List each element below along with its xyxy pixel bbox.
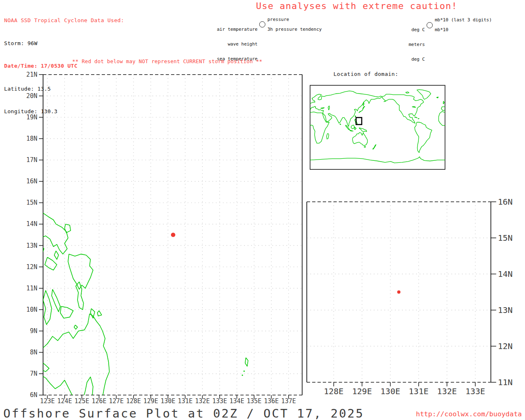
world-coastline	[373, 145, 376, 149]
coastline	[91, 308, 95, 318]
world-coastline	[441, 107, 445, 110]
lat-tick-label: 16N	[498, 197, 513, 207]
lat-tick-label: 12N	[26, 263, 37, 271]
lat-tick-label: 9N	[30, 327, 37, 335]
lon-tick-label: 131E	[178, 397, 192, 405]
world-coastline	[351, 125, 354, 129]
world-coastline	[415, 122, 432, 153]
coastline	[60, 306, 73, 318]
world-coastline	[406, 92, 409, 94]
coastline	[68, 254, 93, 289]
coastline	[84, 377, 93, 397]
lon-tick-label: 132E	[195, 397, 210, 405]
world-coastline	[359, 128, 367, 132]
philippines-coastlines	[41, 211, 248, 397]
plot-canvas: 21N20N19N18N17N16N15N14N13N12N11N10N9N8N…	[0, 0, 525, 420]
lat-tick-label: 13N	[498, 305, 513, 315]
coastline	[41, 375, 73, 397]
main-map: 21N20N19N18N17N16N15N14N13N12N11N10N9N8N…	[26, 71, 302, 405]
lat-tick-label: 20N	[26, 92, 37, 100]
lat-tick-label: 11N	[498, 377, 513, 387]
lon-tick-label: 133E	[212, 397, 227, 405]
lon-tick-label: 130E	[160, 397, 175, 405]
lon-tick-label: 128E	[324, 386, 343, 396]
world-coastline	[340, 123, 341, 124]
lat-tick-label: 16N	[26, 178, 37, 185]
world-coastline	[414, 117, 417, 118]
world-coastlines	[310, 89, 445, 163]
lat-tick-label: 6N	[30, 391, 37, 399]
lat-tick-label: 8N	[30, 349, 37, 356]
world-coastline	[443, 101, 444, 104]
islet-dot	[244, 370, 245, 372]
coastline	[74, 325, 78, 329]
world-map-border	[310, 85, 445, 169]
world-coastline	[355, 116, 356, 117]
lon-tick-label: 134E	[229, 397, 244, 405]
lat-tick-label: 19N	[26, 114, 37, 121]
world-coastline	[436, 97, 438, 98]
lat-tick-label: 21N	[26, 71, 37, 78]
lon-tick-label: 136E	[264, 397, 278, 405]
coastline	[41, 314, 110, 397]
world-coastline	[346, 125, 350, 130]
lat-tick-label: 18N	[26, 135, 37, 142]
world-coastline	[355, 127, 356, 130]
world-coastline	[352, 132, 368, 146]
coastline	[54, 251, 59, 260]
lon-tick-label: 123E	[40, 397, 55, 405]
world-coastline	[364, 146, 366, 147]
lon-tick-label: 125E	[74, 397, 89, 405]
plot-title: Offshore Surface Plot at 02Z / OCT 17, 2…	[3, 406, 364, 420]
lon-tick-label: 127E	[109, 397, 123, 405]
coastline	[245, 358, 248, 366]
coastline	[97, 311, 102, 316]
coastline	[52, 289, 60, 312]
lon-tick-label: 135E	[247, 397, 261, 405]
lon-tick-label: 130E	[381, 386, 400, 396]
world-coastline	[417, 89, 431, 99]
world-coastline	[439, 112, 445, 126]
lat-tick-label: 7N	[30, 370, 37, 377]
lon-tick-label: 131E	[409, 386, 429, 396]
coastline	[45, 257, 57, 270]
lat-tick-label: 15N	[26, 199, 37, 206]
lat-tick-label: 17N	[26, 156, 37, 164]
storm-dot-inset	[397, 290, 400, 294]
world-coastline	[310, 112, 329, 143]
world-map	[310, 85, 445, 169]
lat-tick-label: 14N	[498, 269, 513, 279]
islet-dot	[242, 374, 243, 376]
coastline	[41, 211, 68, 254]
coastline	[65, 224, 71, 233]
world-coastline	[350, 130, 353, 131]
lat-tick-label: 14N	[26, 220, 37, 228]
lat-tick-label: 12N	[498, 341, 513, 351]
world-coastline	[412, 106, 416, 107]
lon-tick-label: 129E	[143, 397, 158, 405]
lon-tick-label: 133E	[466, 386, 485, 396]
lat-tick-label: 15N	[498, 233, 513, 243]
world-coastline	[328, 106, 330, 110]
world-coastline	[310, 91, 382, 127]
inset-map: 16N15N14N13N12N11N128E129E130E131E132E13…	[307, 197, 513, 397]
world-coastline	[418, 119, 419, 119]
lat-tick-label: 10N	[26, 306, 37, 313]
world-coastline	[326, 133, 329, 139]
lon-tick-label: 137E	[281, 397, 296, 405]
world-coastline	[382, 94, 424, 123]
lon-tick-label: 126E	[91, 397, 106, 405]
lon-tick-label: 128E	[126, 397, 141, 405]
coastline	[41, 361, 49, 372]
lon-tick-label: 124E	[57, 397, 72, 405]
world-coastline	[321, 108, 324, 109]
lon-tick-label: 129E	[352, 386, 372, 396]
lon-tick-label: 132E	[437, 386, 457, 396]
lat-tick-label: 13N	[26, 242, 37, 249]
lat-tick-label: 11N	[26, 285, 37, 292]
world-coastline	[310, 157, 445, 163]
source-url: http://coolwx.com/buoydata	[416, 410, 522, 418]
domain-rectangle	[356, 118, 362, 125]
storm-dot-main	[171, 233, 176, 237]
